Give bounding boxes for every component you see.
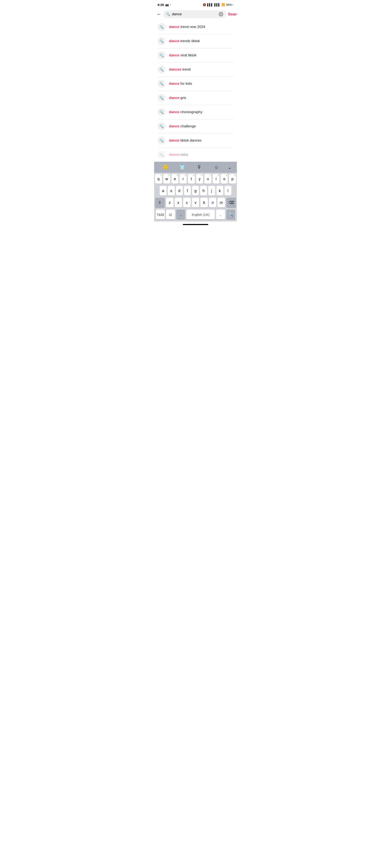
key-q[interactable]: q1 (155, 174, 162, 184)
keyboard-tool-shirt[interactable]: 👕 (174, 163, 191, 172)
clear-label: ✕ (220, 13, 222, 16)
key-shift[interactable]: ⇧ (155, 198, 165, 208)
suggestion-search-icon: 🔍 (157, 122, 166, 130)
suggestion-text: dance viral tiktok (169, 53, 197, 58)
key-o[interactable]: o9 (221, 174, 228, 184)
keyboard-tool-emoji2[interactable]: ☺ (208, 163, 225, 172)
suggestion-text: dance trend now 2024 (169, 25, 205, 29)
muted-icon: 🔕 (203, 3, 206, 6)
key-p[interactable]: p0 (229, 174, 236, 184)
key-r[interactable]: r4 (180, 174, 187, 184)
suggestion-item[interactable]: 🔍dance tiktok dances (154, 133, 237, 148)
suggestion-item[interactable]: 🔍dance choreography (154, 105, 237, 119)
key-s[interactable]: s (168, 186, 175, 195)
key-search[interactable]: 🔍 (226, 210, 235, 219)
key-c[interactable]: c (183, 198, 191, 208)
keyboard-rows: q1w2e3r4t5y6u7i8o9p0 asdfghjkl ⇧zxcvbnm⌫… (154, 173, 237, 221)
suggestion-item[interactable]: 🔍dance viral tiktok (154, 48, 237, 62)
key-dot[interactable]: . (216, 210, 225, 219)
camera-icon: 📷 (165, 3, 169, 6)
key-t[interactable]: t5 (188, 174, 195, 184)
key-d[interactable]: d (176, 186, 183, 195)
key-i[interactable]: i8 (213, 174, 220, 184)
home-bar (183, 224, 208, 225)
keyboard-tool-emoji1[interactable]: 🙂 (157, 163, 174, 172)
search-icon: 🔍 (166, 12, 170, 16)
suggestion-text: dance gris (169, 96, 186, 100)
suggestion-search-icon: 🔍 (157, 23, 166, 31)
suggestion-item[interactable]: 🔍dance trends tiktok (154, 34, 237, 48)
status-icons: 🔕 ▌▌▌ ▌▌▌ 📶 85% ● (203, 3, 234, 6)
suggestion-text: dance trends tiktok (169, 39, 200, 43)
suggestion-item[interactable]: 🔍dance gris (154, 91, 237, 105)
suggestion-search-icon: 🔍 (157, 136, 166, 145)
home-indicator (154, 221, 237, 227)
key-u[interactable]: u7 (204, 174, 211, 184)
key-j[interactable]: j (208, 186, 215, 195)
key-comma[interactable]: , (176, 210, 185, 219)
status-time: 8:35 📷 • (157, 3, 171, 6)
key-a[interactable]: a (160, 186, 167, 195)
suggestion-text: dance choreography (169, 110, 203, 115)
suggestion-item[interactable]: 🔍dance for kids (154, 77, 237, 91)
key-emoji[interactable]: ☺ (166, 210, 175, 219)
battery-dot: ● (232, 4, 234, 6)
key-k[interactable]: k (216, 186, 223, 195)
key-m[interactable]: m (217, 198, 225, 208)
suggestion-item[interactable]: 🔍dance baby (154, 148, 237, 162)
key-backspace[interactable]: ⌫ (226, 198, 236, 208)
search-button[interactable]: Search (228, 12, 237, 17)
battery-icon: 85% ● (226, 3, 234, 6)
time-label: 8:35 (157, 3, 164, 6)
suggestion-search-icon: 🔍 (157, 37, 166, 45)
keyboard-row-1: q1w2e3r4t5y6u7i8o9p0 (155, 174, 236, 184)
search-input[interactable] (172, 12, 217, 16)
key-v[interactable]: v (192, 198, 199, 208)
key-b[interactable]: b (200, 198, 208, 208)
suggestion-item[interactable]: 🔍dance challenge (154, 119, 237, 133)
suggestions-list: 🔍dance trend now 2024🔍dance trends tikto… (154, 20, 237, 162)
key-space[interactable]: English (UK) (186, 210, 215, 219)
keyboard-row-bottom: ?123☺,English (UK).🔍 (155, 210, 236, 219)
key-x[interactable]: x (175, 198, 182, 208)
suggestion-text: dances trend (169, 67, 191, 72)
keyboard-toolbar: 🙂 👕 🎙 ☺ ⌄ (154, 162, 237, 173)
key-z[interactable]: z (166, 198, 174, 208)
key-g[interactable]: g (192, 186, 199, 195)
key-y[interactable]: y6 (196, 174, 203, 184)
wifi-icon: 📶 (221, 3, 225, 6)
suggestion-search-icon: 🔍 (157, 151, 166, 159)
keyboard-row-3: ⇧zxcvbnm⌫ (155, 198, 236, 208)
suggestion-search-icon: 🔍 (157, 80, 166, 88)
suggestion-text: dance tiktok dances (169, 138, 202, 143)
suggestion-text: dance baby (169, 152, 188, 157)
suggestion-text: dance for kids (169, 82, 192, 86)
keyboard-tool-mic[interactable]: 🎙 (191, 163, 208, 172)
signal-icon-2: ▌▌▌ (214, 3, 220, 6)
suggestion-search-icon: 🔍 (157, 51, 166, 59)
key-n[interactable]: n (209, 198, 216, 208)
signal-icon: ▌▌▌ (207, 3, 213, 6)
key-e[interactable]: e3 (172, 174, 179, 184)
clear-button[interactable]: ✕ (219, 12, 223, 17)
search-input-wrapper: 🔍 ✕ (163, 10, 226, 18)
suggestion-item[interactable]: 🔍dance trend now 2024 (154, 20, 237, 34)
search-bar-row: ← 🔍 ✕ Search (154, 8, 237, 20)
suggestion-item[interactable]: 🔍dances trend (154, 63, 237, 76)
status-bar: 8:35 📷 • 🔕 ▌▌▌ ▌▌▌ 📶 85% ● (154, 0, 237, 8)
suggestion-search-icon: 🔍 (157, 94, 166, 102)
key-w[interactable]: w2 (163, 174, 170, 184)
keyboard-tool-chevron[interactable]: ⌄ (225, 163, 234, 172)
suggestion-search-icon: 🔍 (157, 108, 166, 116)
suggestion-search-icon: 🔍 (157, 65, 166, 73)
keyboard-row-2: asdfghjkl (155, 186, 236, 195)
mic-icon: 🎙 (197, 164, 202, 170)
suggestion-text: dance challenge (169, 124, 196, 129)
key-h[interactable]: h (200, 186, 207, 195)
back-button[interactable]: ← (157, 10, 161, 18)
key-symbol[interactable]: ?123 (156, 210, 165, 219)
key-l[interactable]: l (224, 186, 231, 195)
key-f[interactable]: f (184, 186, 191, 195)
chevron-down-icon: ⌄ (228, 164, 232, 170)
keyboard-area: 🙂 👕 🎙 ☺ ⌄ q1w2e3r4t5y6u7i8o9p0 asdfghjkl… (154, 162, 237, 221)
